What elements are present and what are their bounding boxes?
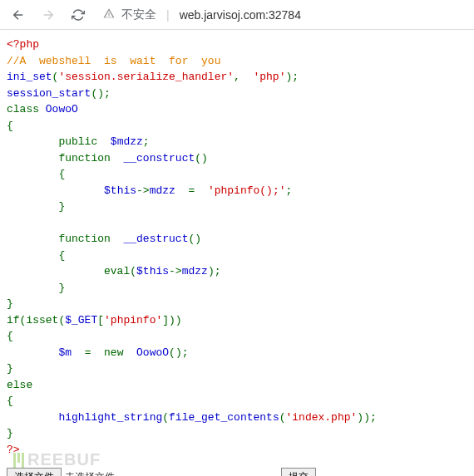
reload-button[interactable] — [67, 3, 90, 27]
back-button[interactable] — [7, 3, 30, 27]
class-name: OowoO — [46, 103, 78, 115]
no-file-label: 未选择文件 — [65, 470, 115, 476]
watermark-logo-icon — [13, 453, 24, 468]
submit-button[interactable]: 提交 — [281, 468, 316, 476]
watermark-text: REEBUF — [27, 450, 101, 469]
php-open-tag: <?php — [7, 38, 39, 51]
separator: | — [166, 8, 170, 22]
comment: //A webshell is wait for you — [7, 55, 220, 67]
fn-ini-set: ini_set — [7, 71, 52, 83]
forward-button[interactable] — [37, 3, 60, 27]
browser-toolbar: 不安全 | web.jarvisoj.com:32784 — [0, 0, 474, 30]
fn-session-start: session_start — [7, 87, 91, 100]
watermark: REEBUF — [13, 450, 101, 469]
page-content: <?php //A webshell is wait for you ini_s… — [0, 30, 474, 464]
address-bar[interactable]: 不安全 | web.jarvisoj.com:32784 — [96, 3, 467, 27]
warning-icon — [103, 7, 115, 22]
url-text: web.jarvisoj.com:32784 — [180, 8, 301, 22]
security-label: 不安全 — [121, 7, 156, 22]
